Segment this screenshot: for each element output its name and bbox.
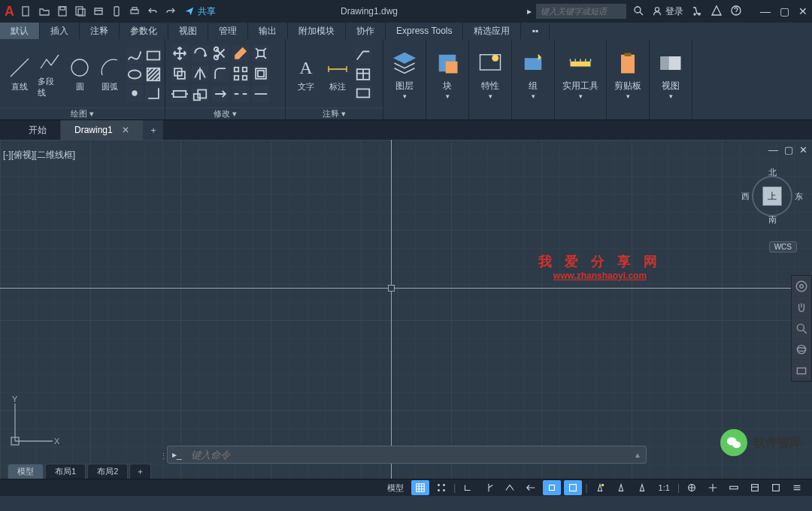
- text-button[interactable]: A文字: [292, 54, 320, 94]
- tab-collab[interactable]: 协作: [346, 23, 386, 39]
- viewport-maximize-icon[interactable]: ▢: [784, 144, 793, 156]
- viewport-label[interactable]: [-][俯视][二维线框]: [3, 149, 75, 162]
- share-button[interactable]: 共享: [184, 5, 216, 18]
- wcs-indicator[interactable]: WCS: [769, 241, 797, 252]
- search-icon[interactable]: [632, 5, 644, 19]
- clipboard-button[interactable]: 剪贴板▾: [607, 39, 650, 119]
- add-layout-button[interactable]: ＋: [129, 464, 151, 479]
- lineweight-icon[interactable]: [564, 480, 582, 495]
- copy-icon[interactable]: [171, 65, 188, 82]
- drawing-canvas[interactable]: [-][俯视][二维线框] — ▢ ✕ 上 北 南 西 东 WCS 我 爱 分 …: [0, 140, 812, 479]
- tab-default[interactable]: 默认: [0, 23, 40, 39]
- tab-featured[interactable]: 精选应用: [463, 23, 521, 39]
- tab-manage[interactable]: 管理: [208, 23, 248, 39]
- isodraft-icon[interactable]: [501, 480, 519, 495]
- units-icon[interactable]: [725, 480, 743, 495]
- isolate-icon[interactable]: [767, 480, 785, 495]
- dimension-button[interactable]: 标注: [323, 54, 352, 94]
- polyline-button[interactable]: 多段线: [36, 49, 63, 100]
- rotate-icon[interactable]: [192, 45, 208, 62]
- search-input[interactable]: [536, 4, 626, 19]
- close-tab-icon[interactable]: ✕: [122, 125, 129, 135]
- nav-pan-icon[interactable]: [792, 297, 811, 318]
- workspace-icon[interactable]: [683, 480, 701, 495]
- panel-draw-title[interactable]: 绘图 ▾: [0, 107, 165, 119]
- help-icon[interactable]: [730, 5, 742, 19]
- extend-icon[interactable]: [212, 86, 229, 102]
- hatch-icon[interactable]: [145, 66, 162, 83]
- auto-scale-icon[interactable]: [612, 480, 630, 495]
- array-icon[interactable]: [232, 65, 249, 82]
- rectangle-icon[interactable]: [145, 47, 162, 64]
- layout-tab-2[interactable]: 布局2: [87, 464, 128, 479]
- nav-orbit-icon[interactable]: [792, 339, 811, 360]
- grid-display-icon[interactable]: [411, 480, 429, 495]
- view-cube[interactable]: 上 北 南 西 东: [746, 170, 798, 222]
- save-icon[interactable]: [55, 4, 70, 19]
- add-tab-button[interactable]: ＋: [144, 120, 163, 140]
- mirror-icon[interactable]: [192, 65, 208, 82]
- trim-icon[interactable]: [212, 45, 229, 62]
- scale-icon[interactable]: [192, 86, 208, 102]
- view-panel-button[interactable]: 视图▾: [650, 39, 692, 119]
- tab-annotate[interactable]: 注释: [80, 23, 120, 39]
- tab-addins[interactable]: 附加模块: [288, 23, 346, 39]
- spline-icon[interactable]: [126, 47, 143, 64]
- autodesk-icon[interactable]: [710, 5, 723, 19]
- erase-icon[interactable]: [232, 45, 249, 62]
- new-icon[interactable]: [19, 4, 34, 19]
- offset-icon[interactable]: [253, 65, 269, 82]
- layers-button[interactable]: 图层▾: [383, 39, 426, 119]
- quick-props-icon[interactable]: [746, 480, 764, 495]
- annotation-scale-icon[interactable]: [633, 480, 651, 495]
- tab-overflow-icon[interactable]: ▪▪: [521, 23, 550, 39]
- login-button[interactable]: 登录: [652, 5, 683, 18]
- nav-zoom-icon[interactable]: [792, 318, 811, 339]
- panel-modify-title[interactable]: 修改 ▾: [165, 107, 285, 119]
- doctab-drawing1[interactable]: Drawing1✕: [61, 120, 144, 140]
- tab-parametric[interactable]: 参数化: [120, 23, 168, 39]
- osnap-track-icon[interactable]: [522, 480, 540, 495]
- app-store-icon[interactable]: [691, 5, 703, 19]
- minimize-icon[interactable]: —: [760, 5, 771, 17]
- mtext-icon[interactable]: [355, 85, 371, 101]
- table-icon[interactable]: [355, 66, 371, 83]
- status-model-button[interactable]: 模型: [383, 482, 408, 494]
- viewport-close-icon[interactable]: ✕: [799, 144, 807, 156]
- ortho-icon[interactable]: [459, 480, 477, 495]
- open-icon[interactable]: [37, 4, 52, 19]
- mobile-icon[interactable]: [109, 4, 124, 19]
- fillet-icon[interactable]: [212, 65, 229, 82]
- line-button[interactable]: 直线: [6, 54, 33, 94]
- panel-annotate-title[interactable]: 注释 ▾: [286, 107, 383, 119]
- close-icon[interactable]: ✕: [798, 5, 807, 17]
- tab-express[interactable]: Express Tools: [386, 23, 463, 39]
- point-icon[interactable]: [126, 85, 143, 101]
- tab-output[interactable]: 输出: [248, 23, 288, 39]
- stretch-icon[interactable]: [171, 86, 188, 102]
- osnap-icon[interactable]: [543, 480, 561, 495]
- arc-button[interactable]: 圆弧: [96, 54, 123, 94]
- ellipse-icon[interactable]: [126, 66, 143, 83]
- blocks-button[interactable]: 块▾: [426, 39, 469, 119]
- doctab-start[interactable]: 开始: [15, 120, 61, 140]
- maximize-icon[interactable]: ▢: [780, 5, 789, 17]
- command-dropdown-icon[interactable]: ▴: [629, 449, 646, 460]
- scale-button[interactable]: 1:1: [654, 483, 674, 492]
- viewport-minimize-icon[interactable]: —: [768, 144, 778, 156]
- circle-button[interactable]: 圆: [66, 54, 93, 94]
- tab-insert[interactable]: 插入: [40, 23, 80, 39]
- tab-view[interactable]: 视图: [168, 23, 208, 39]
- explode-icon[interactable]: [253, 45, 269, 62]
- break-icon[interactable]: [232, 86, 249, 102]
- command-line[interactable]: ▸_ ▴: [167, 446, 647, 464]
- annotation-visibility-icon[interactable]: [591, 480, 609, 495]
- layout-tab-model[interactable]: 模型: [8, 464, 44, 479]
- undo-icon[interactable]: [145, 4, 160, 19]
- properties-button[interactable]: 特性▾: [469, 39, 512, 119]
- snap-mode-icon[interactable]: [432, 480, 450, 495]
- utilities-button[interactable]: 实用工具▾: [555, 39, 607, 119]
- join-icon[interactable]: [253, 86, 269, 102]
- web-icon[interactable]: [91, 4, 106, 19]
- command-input[interactable]: [186, 449, 629, 461]
